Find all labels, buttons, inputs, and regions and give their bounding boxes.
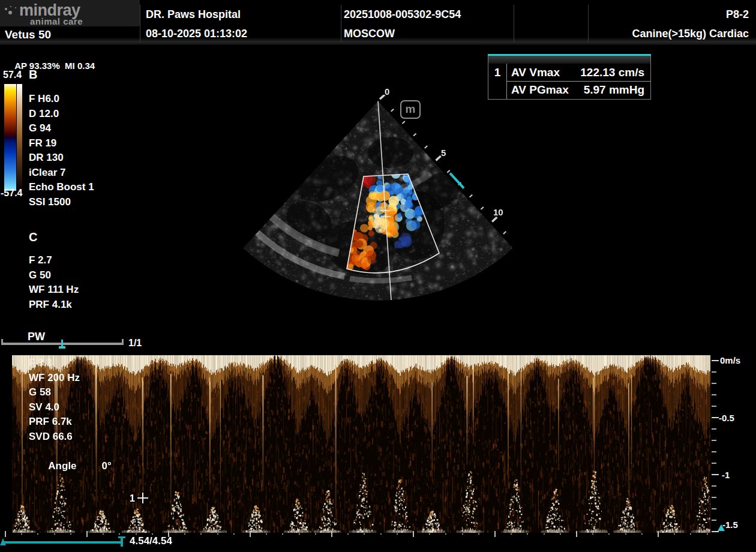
depth-mark-10: 10 — [493, 207, 503, 217]
pw-params: F 3.3 WF 200 Hz G 58 SV 4.0 PRF 6.7k SVD… — [29, 356, 112, 459]
grayscale-colorbar — [17, 84, 22, 191]
time-tick — [397, 533, 398, 535]
velocity-tick — [712, 417, 719, 418]
pw-spectral-display[interactable] — [12, 355, 710, 533]
time-tick — [299, 533, 300, 535]
time-tick — [331, 531, 332, 537]
pw-angle-row: Angle0° — [29, 444, 112, 459]
pw-param: F 3.3 — [29, 356, 112, 371]
time-tick — [54, 533, 55, 535]
baseline-marker-icon[interactable] — [718, 524, 725, 531]
time-tick — [184, 533, 185, 535]
pw-param: WF 200 Hz — [29, 371, 112, 386]
velocity-label: 0m/s — [720, 355, 740, 365]
b-param: D 12.0 — [29, 107, 94, 122]
ultrasound-screen: mindray animal care Vetus 50 DR. Paws Ho… — [0, 0, 756, 552]
time-tick — [462, 533, 463, 535]
header-divider — [140, 5, 140, 42]
time-tick — [625, 533, 626, 535]
pw-param: SVD 66.6 — [29, 430, 112, 445]
slider-thumb-base[interactable] — [59, 346, 65, 349]
header-divider — [341, 5, 341, 42]
time-tick — [494, 531, 496, 537]
cine-position-marker-top — [118, 536, 125, 538]
c-param: F 2.7 — [29, 253, 79, 268]
time-tick — [315, 533, 316, 535]
header-divider — [588, 5, 589, 42]
hospital-name: DR. Paws Hospital — [146, 8, 241, 21]
time-tick — [217, 533, 218, 535]
time-ruler — [0, 530, 712, 539]
b-param: FR 19 — [29, 136, 94, 151]
pw-param: SV 4.0 — [29, 400, 112, 415]
velocity-tick — [712, 360, 719, 361]
time-tick — [364, 533, 365, 535]
exam-preset: Canine(>15kg) Cardiac — [632, 28, 749, 40]
device-model: Vetus 50 — [5, 28, 51, 41]
pw-angle-label: Angle — [46, 460, 76, 472]
cine-position-marker[interactable] — [121, 537, 123, 547]
velocity-tick — [712, 394, 716, 395]
time-tick — [658, 531, 659, 537]
velocity-tick — [712, 531, 719, 532]
bmode-sector-image[interactable] — [237, 95, 519, 306]
colorbar-max-label: 57.4 — [3, 70, 22, 80]
b-param: Echo Boost 1 — [29, 180, 94, 195]
time-tick — [641, 533, 643, 535]
pw-param: G 58 — [29, 385, 112, 400]
color-doppler-colorbar — [4, 84, 16, 191]
time-tick — [5, 531, 6, 537]
velocity-tick — [712, 406, 716, 407]
time-tick — [674, 533, 675, 535]
time-tick — [21, 533, 22, 535]
measurement-caliper-cursor[interactable] — [137, 493, 148, 503]
b-param: G 94 — [29, 121, 94, 136]
time-tick — [413, 531, 414, 537]
time-tick — [429, 533, 430, 535]
time-tick — [152, 533, 153, 535]
time-tick — [200, 533, 202, 535]
time-tick — [70, 533, 71, 535]
brand-logo: mindray animal care — [0, 0, 140, 26]
time-tick — [37, 533, 38, 535]
c-param: WF 111 Hz — [29, 283, 79, 298]
b-mode-params: F H6.0 D 12.0 G 94 FR 19 DR 130 iClear 7… — [29, 92, 94, 209]
depth-mark-0: 0 — [385, 86, 389, 97]
time-tick — [119, 533, 120, 535]
b-param: DR 130 — [29, 151, 94, 166]
colorbar-min-label: -57.4 — [1, 188, 22, 199]
measurement-index: 1 — [488, 64, 506, 81]
velocity-tick — [712, 383, 716, 384]
measurement-label: AV PGmax — [511, 81, 569, 98]
time-tick — [690, 533, 691, 535]
mi-value: MI 0.34 — [65, 61, 95, 71]
exam-location: MOSCOW — [344, 28, 395, 40]
measurement-value: 5.97 mmHg — [584, 81, 644, 98]
time-tick — [576, 531, 577, 537]
exam-id: 20251008-005302-9C54 — [344, 8, 461, 21]
header-bar: mindray animal care Vetus 50 DR. Paws Ho… — [0, 0, 756, 45]
cine-progress-bar[interactable] — [3, 541, 121, 544]
measurement-value: 122.13 cm/s — [580, 64, 644, 81]
b-param: F H6.0 — [29, 92, 94, 107]
slider-right-cap — [122, 339, 124, 345]
slider-left-cap — [1, 339, 3, 345]
velocity-tick — [712, 520, 716, 521]
time-tick — [250, 531, 251, 537]
time-tick — [707, 533, 708, 535]
time-tick — [544, 533, 545, 535]
depth-mark-5: 5 — [441, 148, 446, 158]
velocity-label: -1 — [722, 470, 730, 480]
time-tick — [478, 533, 479, 535]
header-divider — [514, 5, 514, 42]
time-tick — [266, 533, 267, 535]
time-tick — [592, 533, 593, 535]
c-param: G 50 — [29, 268, 79, 283]
velocity-tick — [712, 451, 716, 452]
time-tick — [608, 533, 610, 535]
measurement-results-panel: 1 AV Vmax 122.13 cm/s AV PGmax 5.97 mmHg — [488, 54, 651, 100]
time-tick — [560, 533, 561, 535]
pw-mode-heading: PW — [28, 331, 45, 343]
time-tick — [380, 533, 382, 535]
time-tick — [527, 533, 528, 535]
